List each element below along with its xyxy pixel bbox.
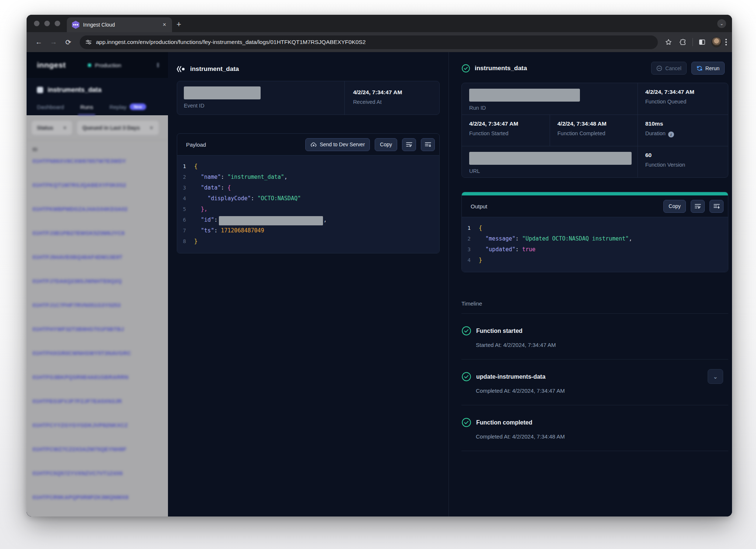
address-bar[interactable]: app.inngest.com/env/production/functions…: [80, 35, 658, 49]
run-id-link[interactable]: 01HTFEG3FVJF7FZJF7EA5XN3JR: [32, 398, 122, 404]
run-id-link[interactable]: 01HTFCYYZGYGYGDKJVP82NKXCZ: [32, 422, 128, 428]
run-id-row[interactable]: 01HTFC5Q57ZYVXNZVC7VT1Z4X6: [27, 468, 168, 492]
expand-step-button[interactable]: ⌄: [708, 369, 723, 384]
line-number: 4: [462, 255, 479, 266]
timeline-list: Function startedStarted At: 4/2/2024, 7:…: [461, 314, 728, 451]
run-id-link[interactable]: 01HTFC5Q57ZYVXNZVC7VT1Z4X6: [32, 470, 123, 476]
close-tab-icon[interactable]: ×: [161, 21, 168, 28]
reload-button[interactable]: ⟳: [62, 36, 75, 48]
run-id-row[interactable]: 01HTFKQT1M7RSJQABEXYF0K0S2: [27, 180, 168, 204]
profile-avatar[interactable]: [711, 37, 722, 47]
url-cell: URL: [462, 146, 638, 177]
event-id-cell: Event ID: [177, 81, 345, 115]
run-id-row[interactable]: 01HTFJ1C7FHF7RVN051G3Y0253: [27, 300, 168, 324]
output-word-wrap-button[interactable]: [691, 200, 705, 213]
code-token: },: [201, 206, 207, 212]
sidebar-tab-replay[interactable]: ReplayNew: [109, 103, 146, 115]
inngest-logo[interactable]: inngest: [27, 61, 83, 69]
code-line: 3 "updated": true: [462, 244, 728, 255]
output-copy-button[interactable]: Copy: [663, 200, 686, 213]
run-id-link[interactable]: 01HTFJ1C7FHF7RVN051G3Y0253: [32, 302, 121, 308]
code-text: {: [194, 161, 197, 172]
output-expand-lines-button[interactable]: [709, 200, 724, 213]
run-id-row[interactable]: 01HTFHYWF32T3B9HGT01F5BTBJ: [27, 324, 168, 348]
status-filter[interactable]: Status▼: [32, 121, 72, 135]
send-to-dev-server-button[interactable]: Send to Dev Server: [305, 138, 370, 151]
step-success-icon: [461, 326, 471, 336]
completed-label: Function Completed: [557, 130, 630, 136]
run-id-link[interactable]: 01HTFKMBPMDGZAJ4AG04KD3A02: [32, 206, 128, 212]
code-token: {: [227, 184, 231, 191]
url-text: app.inngest.com/env/production/functions…: [96, 39, 366, 45]
run-id-link[interactable]: 01HTFJ94AVE0BQ48AF4DM13E9T: [32, 254, 123, 260]
line-number: 2: [462, 233, 479, 244]
started-label: Function Started: [469, 130, 542, 136]
rerun-button[interactable]: Rerun: [691, 62, 725, 75]
extensions-icon[interactable]: [678, 37, 689, 48]
cancel-button[interactable]: Cancel: [651, 62, 687, 75]
function-completed-cell: 4/2/24, 7:34:48 AM Function Completed: [550, 115, 638, 146]
line-number: 1: [462, 223, 479, 233]
run-id-row[interactable]: 01HTFJ7DA6Q238SJWNHTE9Q2Q: [27, 276, 168, 300]
run-id-row[interactable]: 01HTFCWZ7CZ2X3AZM75QEYNH8F: [27, 444, 168, 468]
run-id-link[interactable]: 01HTFHXGR0CWNHSWY5T3NAVGRC: [32, 350, 131, 356]
payload-copy-button[interactable]: Copy: [375, 138, 397, 151]
run-id-link[interactable]: 01HTFN86XV8CXW87857W7E3WDY: [32, 158, 126, 164]
event-id-label: Event ID: [184, 103, 338, 109]
run-id-row[interactable]: 01HTFN86XV8CXW87857W7E3WDY: [27, 156, 168, 180]
word-wrap-icon: [406, 142, 412, 147]
forward-button[interactable]: →: [47, 36, 60, 48]
run-id-link[interactable]: 01HTFKQT1M7RSJQABEXYF0K0S2: [32, 182, 126, 188]
run-id-link[interactable]: 01HTFJ7DA6Q238SJWNHTE9Q2Q: [32, 278, 122, 284]
inngest-favicon-icon: [72, 21, 79, 29]
site-settings-icon[interactable]: [86, 39, 92, 45]
run-id-row[interactable]: 01HTFJ94AVE0BQ48AF4DM13E9T: [27, 252, 168, 276]
unfold-icon: ▲▼: [156, 62, 160, 68]
word-wrap-button[interactable]: [402, 138, 416, 151]
run-id-row[interactable]: 01HTFG3BKPQSR9E4A81GBRARRN: [27, 372, 168, 396]
code-token: [194, 184, 201, 191]
run-id-link[interactable]: 01HTFCWZ7CZ2X3AZM75QEYNH8F: [32, 446, 126, 452]
tab-search-button[interactable]: ⌄: [717, 19, 726, 28]
run-id-label: Run ID: [469, 105, 630, 111]
time-filter[interactable]: Queued in Last 3 Days▼: [77, 121, 158, 135]
maximize-window-button[interactable]: [55, 21, 60, 26]
new-tab-button[interactable]: +: [176, 20, 181, 29]
expand-lines-button[interactable]: [421, 138, 435, 151]
back-button[interactable]: ←: [32, 36, 45, 48]
output-status-bar: [462, 192, 728, 195]
success-check-icon: [461, 64, 470, 73]
runs-filters: Status▼ Queued in Last 3 Days▼: [27, 115, 168, 140]
run-id-link[interactable]: 01HTFCR9KAPQP0R8PZK3MQNMX8: [32, 494, 128, 500]
version-label: Function Version: [645, 162, 721, 168]
run-id-row[interactable]: 01HTFKMBPMDGZAJ4AG04KD3A02: [27, 204, 168, 228]
browser-menu-icon[interactable]: [725, 39, 727, 45]
close-window-button[interactable]: [34, 21, 39, 26]
run-id-row[interactable]: 01HTFJ3B1PB27EWGK5Z0M6JYC8: [27, 228, 168, 252]
code-line: 8}: [177, 236, 439, 247]
browser-tab[interactable]: Inngest Cloud ×: [67, 17, 172, 32]
side-panel-icon[interactable]: [697, 37, 708, 48]
minimize-window-button[interactable]: [44, 21, 50, 26]
run-id-row[interactable]: 01HTFHXGR0CWNHSWY5T3NAVGRC: [27, 348, 168, 372]
run-id-list: 01HTFN86XV8CXW87857W7E3WDY01HTFKQT1M7RSJ…: [27, 156, 168, 516]
code-token: "data": [201, 184, 221, 191]
cloud-download-icon: [310, 142, 317, 147]
run-id-link[interactable]: 01HTFJ3B1PB27EWGK5Z0M6JYC8: [32, 230, 125, 236]
run-id-row[interactable]: 01HTFEG3FVJF7FZJF7EA5XN3JR: [27, 396, 168, 420]
run-id-link[interactable]: 01HTFG3BKPQSR9E4A81GBRARRN: [32, 374, 128, 380]
run-id-row[interactable]: 01HTFCYYZGYGYGDKJVP82NKXCZ: [27, 420, 168, 444]
info-icon[interactable]: i: [668, 132, 674, 137]
sidebar-tab-dashboard[interactable]: Dashboard: [37, 103, 64, 115]
code-text: },: [194, 204, 207, 215]
sidebar-tab-runs[interactable]: Runs: [80, 103, 93, 115]
bookmark-star-icon[interactable]: [663, 37, 674, 48]
code-line: 3 "data": {: [177, 183, 439, 193]
line-number: 2: [177, 172, 194, 183]
run-id-row[interactable]: 01HTFCR9KAPQP0R8PZK3MQNMX8: [27, 492, 168, 516]
run-id-link[interactable]: 01HTFHYWF32T3B9HGT01F5BTBJ: [32, 326, 124, 332]
environment-switcher[interactable]: Production ▲▼: [83, 62, 168, 68]
code-token: :: [251, 195, 258, 202]
window-controls: [27, 15, 67, 32]
run-id-redacted-value: [469, 89, 580, 102]
